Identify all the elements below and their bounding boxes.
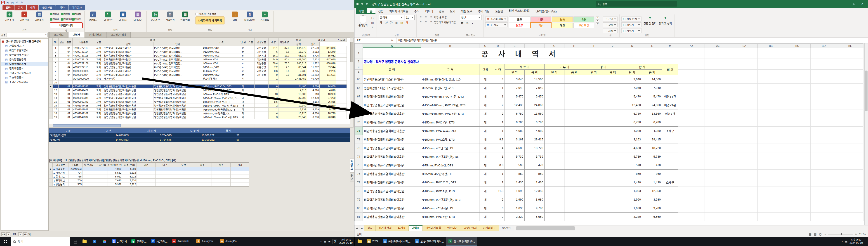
task-view-button[interactable]: [70, 237, 80, 246]
row-edit-button[interactable]: 행삭제: [72, 11, 83, 17]
price-row[interactable]: 물가자료 765 5,922 5,922: [49, 175, 249, 179]
row-edit-button[interactable]: 행추가: [61, 11, 72, 17]
zoom-in-button[interactable]: ＋: [855, 232, 857, 236]
borders-button[interactable]: [394, 21, 399, 25]
worksheet-vertical-scrollbar[interactable]: [864, 43, 868, 225]
sheet-row[interactable]: 80 비압력용경질폴리염화비닐이음관 Φ100mm, 45°단곡관, DL 개 …: [355, 204, 864, 213]
tray-expand-icon[interactable]: ∧: [841, 240, 843, 243]
sheet-tab[interactable]: 단가대비표: [480, 225, 499, 231]
price-row[interactable]: 물가정보 709 7,620 7,620: [49, 179, 249, 182]
ribbon-tab[interactable]: 기타: [56, 5, 68, 10]
taskbar-window-button[interactable]: A Autodesk ...: [170, 237, 194, 246]
edge-button[interactable]: e: [90, 237, 99, 246]
column-header[interactable]: AY: [678, 43, 705, 48]
column-header[interactable]: AZ: [705, 43, 731, 48]
tree-item[interactable]: 소방기구설치공사: [1, 80, 48, 84]
menu-tab[interactable]: 데이터: [423, 8, 436, 14]
paste-button[interactable]: 붙여넣기: [357, 15, 369, 33]
cut-detail-button[interactable]: 내역잘라내기: [50, 22, 83, 28]
taskbar-window-button[interactable]: K KD가격...: [149, 237, 170, 246]
row-number[interactable]: 76: [355, 170, 363, 178]
column-header[interactable]: C: [479, 43, 491, 48]
start-button[interactable]: [0, 237, 11, 246]
sheet-row[interactable]: 70 비압력용경질폴리염화비닐이음관 Φ150mm, PVC Y관, DT3 개…: [355, 118, 864, 127]
cell-style-chip[interactable]: 표준: [509, 17, 530, 22]
sheet-row[interactable]: 73 비압력용경질폴리염화비닐이음관 Φ150mm, 45°단곡관, DL 개 …: [355, 144, 864, 152]
cell-style-chip[interactable]: 좋음: [574, 17, 594, 22]
sheet-tab[interactable]: 공량산출서: [461, 225, 480, 231]
sheet-row[interactable]: 74 비압력용경질폴리염화비닐이음관 Φ150mm, 90°단곡관(편), DL…: [355, 152, 864, 161]
tree-item[interactable]: 위생기구설치공사: [1, 48, 48, 53]
estimate-row[interactable]: 10: [49, 81, 347, 85]
grid-vertical-scrollbar[interactable]: [350, 37, 353, 127]
tree-item[interactable]: 금속잡철물공사: [1, 57, 48, 62]
network-icon[interactable]: ▦: [324, 240, 326, 243]
formula-input[interactable]: 비압력용경질폴리염화비닐이음관: [397, 37, 868, 43]
column-header[interactable]: B: [421, 43, 479, 48]
estimate-row[interactable]: ▶ 11 01 47301147336 자재 일반용경질폴리염화비닐이음관 일반…: [49, 85, 347, 88]
italic-button[interactable]: [384, 21, 388, 25]
sheet-tab[interactable]: 내역서: [409, 225, 423, 231]
editing-button[interactable]: 채우기: [621, 22, 641, 27]
sheet-tab[interactable]: 갑지: [364, 225, 376, 231]
row-number[interactable]: 68: [355, 101, 363, 110]
tree-item[interactable]: 급수급탕배관공사: [1, 53, 48, 57]
document-tab[interactable]: 공사원가 집계: [106, 32, 131, 37]
column-header[interactable]: E: [505, 43, 525, 48]
row-edit-button[interactable]: 행복사: [50, 17, 61, 22]
ribbon-tab[interactable]: 내역: [27, 5, 38, 10]
estimate-row[interactable]: 18 01 47301147107 자재 일반용경질폴리염화비닐이음관 일반용경…: [49, 112, 347, 115]
tree-item[interactable]: 강서구 봉림동 근생시설 신축공사: [1, 39, 48, 43]
menu-tab[interactable]: 페이지 레이아웃: [386, 8, 411, 14]
estimate-row[interactable]: 17 01 47301149027 자재 일반용경질폴리염화비닐이음관 일반용경…: [49, 107, 347, 112]
fill-color-button[interactable]: [399, 21, 404, 25]
column-header[interactable]: G: [545, 43, 564, 48]
cell-style-chip[interactable]: 나쁨: [530, 17, 551, 22]
estimate-row[interactable]: 7 04 99999900035 자재 일반용경질폴리염화비닐관 PVC관(VG…: [49, 69, 347, 73]
estimate-row[interactable]: 16 01 47301147425 자재 일반용경질폴리염화비닐이음관 일반용경…: [49, 104, 347, 107]
editing-big-button[interactable]: 정렬 및 필터: [643, 15, 657, 33]
tree-item[interactable]: 전열교환기설치공사: [1, 71, 48, 75]
percent-format-button[interactable]: [465, 21, 469, 25]
ribbon-button[interactable]: ⇄ 반전복사: [86, 11, 100, 22]
undo-icon[interactable]: ↺: [16, 1, 19, 4]
price-row[interactable]: 거래가격 794 5,532 5,532: [49, 171, 249, 175]
taskbar-window-button[interactable]: 물 물량산...: [129, 237, 149, 246]
sheet-row[interactable]: 78 비압력용경질폴리염화비닐이음관 Φ100mm, PVC소켓, DT3 개 …: [355, 187, 864, 195]
document-tab[interactable]: 내역서: [68, 32, 84, 37]
tree-item[interactable]: 가설철거공사: [1, 43, 48, 48]
tray-expand-icon[interactable]: ∧: [320, 240, 322, 243]
clock[interactable]: 오후 2:17 2024-06-19: [849, 239, 863, 244]
row-number[interactable]: 81: [355, 213, 363, 221]
estimate-row[interactable]: 1 04 47100727113 자재 일반용경질폴리염화비닐관 PVC관(VG…: [49, 46, 347, 50]
zoom-slider[interactable]: [828, 234, 852, 235]
font-color-button[interactable]: [405, 21, 409, 25]
sheet-tab[interactable]: 집계표: [395, 225, 409, 231]
row-number[interactable]: 77: [355, 178, 363, 187]
work-type-combobox[interactable]: [6, 33, 48, 37]
save-icon[interactable]: ▣: [356, 2, 359, 5]
chrome-button[interactable]: [99, 237, 110, 246]
prev-page-button[interactable]: ◀: [6, 233, 10, 236]
sheet-tab[interactable]: 원가계산서: [376, 225, 395, 231]
maximize-button[interactable]: □: [850, 1, 858, 7]
worksheet-horizontal-scrollbar[interactable]: [514, 225, 868, 231]
clock[interactable]: 오후 2:17 2024-06-19: [339, 239, 352, 244]
redo-icon[interactable]: ↻: [20, 1, 24, 4]
side-tab[interactable]: 공 량: [350, 172, 354, 182]
merge-center-button[interactable]: 병합하고 가운데 맞춤: [434, 20, 456, 24]
ribbon-tab[interactable]: 다중공사: [68, 5, 85, 10]
sheet-tab[interactable]: Sheet1: [499, 225, 514, 231]
row-edit-button[interactable]: 행붙이기: [61, 17, 72, 22]
sheet-row[interactable]: 77 비압력용경질폴리염화비닐이음관 Φ100mm, PVC C.O., DT3…: [355, 178, 864, 187]
align-bottom-button[interactable]: [429, 15, 433, 19]
tree-item[interactable]: 가스배관공사: [1, 75, 48, 80]
column-header[interactable]: BB: [758, 43, 784, 48]
network-icon[interactable]: ▦: [845, 240, 847, 243]
tree-item[interactable]: 전기배관공사: [1, 66, 48, 71]
row-edit-button[interactable]: 행삽입: [50, 11, 61, 17]
format-painter-button[interactable]: [370, 26, 375, 30]
column-header[interactable]: J: [603, 43, 622, 48]
user-price-checkbox[interactable]: 사용자 단가 적용: [195, 12, 224, 16]
row-number[interactable]: 69: [355, 110, 363, 118]
